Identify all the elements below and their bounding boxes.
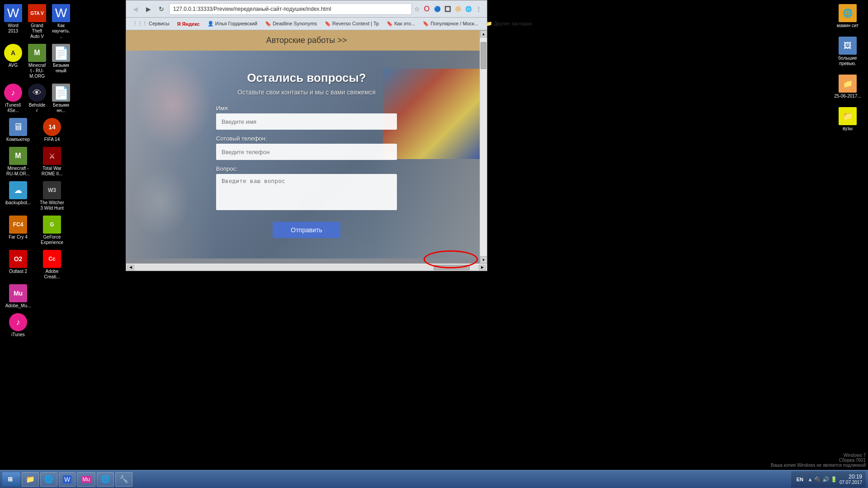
browser-reload-button[interactable]: ↻ bbox=[156, 4, 167, 14]
submit-button[interactable]: Отправить bbox=[273, 222, 340, 238]
bookmark-others[interactable]: 📁 Другие закладки bbox=[483, 20, 534, 28]
bookmark-deadline[interactable]: 🔖 Deadline Synonyms bbox=[262, 20, 320, 28]
taskbar-word[interactable]: W bbox=[59, 472, 75, 487]
bookmark-kak[interactable]: 🔖 Как это... bbox=[384, 20, 418, 28]
page-header[interactable]: Авторские работы >> bbox=[126, 30, 487, 51]
tray-volume-icon[interactable]: 🔊 bbox=[822, 476, 829, 483]
hscroll-left-arrow[interactable]: ◀ bbox=[127, 265, 134, 270]
browser-address-bar[interactable] bbox=[169, 3, 412, 15]
fifa14-label: FIFA 14 bbox=[44, 137, 60, 142]
bookmark-services[interactable]: ⋮⋮⋮ Сервисы bbox=[130, 20, 172, 28]
name-input[interactable] bbox=[216, 113, 397, 130]
desktop-icon-itunes64[interactable]: ♪ iTunes64Se... bbox=[2, 82, 24, 115]
desktop-icon-vuz1[interactable]: 📁 вузы bbox=[832, 105, 863, 133]
desktop-icon-word2013[interactable]: W Word 2013 bbox=[2, 2, 24, 41]
desktop-icon-date25[interactable]: 📁 25-06-2017... bbox=[832, 73, 863, 101]
desktop-icon-witcher[interactable]: W3 The Witcher 3 Wild Hunt bbox=[36, 179, 68, 213]
desktop-icon-adobemu[interactable]: Mu Adobe_Mu... bbox=[2, 282, 34, 310]
desktop-icon-kak[interactable]: W Как научить... bbox=[50, 2, 72, 41]
desktop-icon-totalwar[interactable]: ⚔ Total War ROME II... bbox=[36, 145, 68, 178]
browser-menu-dots[interactable]: ⋮ bbox=[474, 5, 483, 14]
bookmarks-bar: ⋮⋮⋮ Сервисы Я Яндекс 👤 Илья Гордиевский … bbox=[126, 18, 487, 30]
desktop-icon-farcry4[interactable]: FC4 Far Cry 4 bbox=[2, 214, 34, 247]
desktop-icon-gta5[interactable]: GTA V Grand Theft Auto V bbox=[26, 2, 48, 41]
vuz1-icon: 📁 bbox=[839, 107, 857, 125]
taskbar-chrome2[interactable]: 🌐 bbox=[97, 472, 114, 487]
tray-arrow-icon[interactable]: ▲ bbox=[807, 476, 813, 483]
tray-icons: ▲ 🔌 🔊 🔋 bbox=[807, 476, 837, 483]
adobemu-icon: Mu bbox=[9, 284, 27, 302]
bookmark-yandex[interactable]: Я Яндекс bbox=[175, 20, 203, 28]
hscroll-right-arrow[interactable]: ▶ bbox=[479, 265, 486, 270]
minecraft-icon: M bbox=[28, 44, 46, 62]
bigprev-icon: 🖼 bbox=[839, 37, 857, 55]
witcher-label: The Witcher 3 Wild Hunt bbox=[38, 200, 66, 211]
bookmark-reverso[interactable]: 🔖 Reverso Context | Тр bbox=[322, 20, 382, 28]
avg-label: AVG bbox=[9, 63, 18, 68]
geforce-label: GeForce Experience bbox=[38, 235, 66, 245]
desktop-icon-bezymyannyj2[interactable]: 📄 Безымянн... bbox=[50, 82, 72, 115]
browser-window: ◀ ▶ ↻ ☆ O 🔵 🔲 🔆 🌐 ⋮ ⋮⋮⋮ Сервисы Я Яндекс… bbox=[126, 0, 487, 271]
browser-icon2[interactable]: 🔲 bbox=[443, 5, 452, 14]
geforce-icon: G bbox=[43, 216, 61, 234]
browser-icon1[interactable]: 🔵 bbox=[433, 5, 442, 14]
windows-activation-text: Ваша копия Windows не является подлинной bbox=[771, 463, 866, 468]
bookmark-popular[interactable]: 🔖 Популярное / Моск... bbox=[420, 20, 481, 28]
taskbar-program6[interactable]: 🔧 bbox=[115, 472, 132, 487]
taskbar-muse[interactable]: Mu bbox=[77, 472, 95, 487]
icon-row-8: Mu Adobe_Mu... bbox=[2, 282, 70, 310]
start-button[interactable]: ⊞ bbox=[2, 472, 20, 487]
tray-network-icon[interactable]: 🔌 bbox=[814, 476, 821, 483]
tray-clock[interactable]: 20:19 07.07.2017 bbox=[840, 474, 862, 485]
desktop-icon-minecraft[interactable]: M Minecraft - RU-M.ORG bbox=[26, 42, 48, 81]
desktop-icon-geforce[interactable]: G GeForce Experience bbox=[36, 214, 68, 247]
browser-icon3[interactable]: 🔆 bbox=[453, 5, 462, 14]
desktop-icon-beholder[interactable]: 👁 Beholder bbox=[26, 82, 48, 115]
desktop-icon-ibackupbot[interactable]: ☁ ibackupbot... bbox=[2, 179, 34, 213]
browser-star-button[interactable]: ☆ bbox=[414, 5, 420, 13]
vscroll-down-arrow[interactable]: ▼ bbox=[480, 256, 487, 263]
word2013-icon: W bbox=[4, 4, 22, 22]
desktop-icon-bigprev[interactable]: 🖼 большие превью. bbox=[832, 35, 863, 68]
vscroll-thumb[interactable] bbox=[481, 42, 486, 69]
tray-battery-icon[interactable]: 🔋 bbox=[830, 476, 837, 483]
adobemu-label: Adobe_Mu... bbox=[5, 303, 31, 309]
desktop-icon-adobecc[interactable]: Cc Adobe Creati... bbox=[36, 248, 68, 282]
vscroll-up-arrow[interactable]: ▲ bbox=[480, 30, 487, 38]
icon-row-1: A AVG M Minecraft - RU-M.ORG 📄 Безымянны… bbox=[2, 42, 70, 81]
desktop-icon-bezymyannyj1[interactable]: 📄 Безымянный bbox=[50, 42, 72, 81]
browser-icon4[interactable]: 🌐 bbox=[464, 5, 473, 14]
system-tray: EN ▲ 🔌 🔊 🔋 20:19 07.07.2017 bbox=[791, 471, 866, 488]
desktop-icon-itunes[interactable]: ♪ iTunes bbox=[2, 311, 34, 339]
bookmark-ilya[interactable]: 👤 Илья Гордиевский bbox=[205, 20, 260, 28]
taskbar-chrome1[interactable]: 🌐 bbox=[40, 472, 57, 487]
desktop-icon-minecraft2[interactable]: M Minecraft - RU-M.OR... bbox=[2, 145, 34, 178]
desktop-icon-fifa14[interactable]: 14 FIFA 14 bbox=[36, 116, 68, 144]
icon-row-2: ♪ iTunes64Se... 👁 Beholder 📄 Безымянн... bbox=[2, 82, 70, 115]
hscroll-thumb[interactable] bbox=[434, 265, 470, 270]
contact-section: Остались вопросы? Оставьте свои контакты… bbox=[126, 51, 487, 258]
explorer-icon: 📁 bbox=[26, 475, 35, 483]
contact-form-container: Остались вопросы? Оставьте свои контакты… bbox=[207, 57, 406, 252]
browser-scrollbar-vertical: ▲ ▼ bbox=[480, 30, 487, 263]
desktop-icon-computer[interactable]: 🖥 Компьютер bbox=[2, 116, 34, 144]
desktop-icon-outlast2[interactable]: O2 Outlast 2 bbox=[2, 248, 34, 282]
browser-back-button[interactable]: ◀ bbox=[130, 4, 141, 14]
windows-notice: Windows 7 Сборка 7601 Ваша копия Windows… bbox=[771, 453, 866, 468]
bg-decor-left bbox=[126, 51, 217, 258]
windows-logo: ⊞ bbox=[8, 476, 13, 483]
question-textarea[interactable] bbox=[216, 174, 397, 210]
gta5-label: Grand Theft Auto V bbox=[28, 23, 46, 39]
vscroll-track bbox=[480, 38, 487, 256]
windows-build: Сборка 7601 bbox=[771, 458, 866, 463]
totalwar-label: Total War ROME II... bbox=[38, 166, 66, 177]
browser-forward-button[interactable]: ▶ bbox=[143, 4, 154, 14]
desktop-icon-avg[interactable]: A AVG bbox=[2, 42, 24, 81]
desktop-icon-mamsit[interactable]: 🌐 мамин сит bbox=[832, 2, 863, 30]
phone-input[interactable] bbox=[216, 144, 397, 160]
opera-icon[interactable]: O bbox=[422, 5, 431, 14]
language-indicator[interactable]: EN bbox=[795, 476, 805, 483]
bezymyannyj2-label: Безымянн... bbox=[52, 103, 70, 113]
muse-icon: Mu bbox=[81, 476, 91, 483]
taskbar-explorer[interactable]: 📁 bbox=[22, 472, 39, 487]
